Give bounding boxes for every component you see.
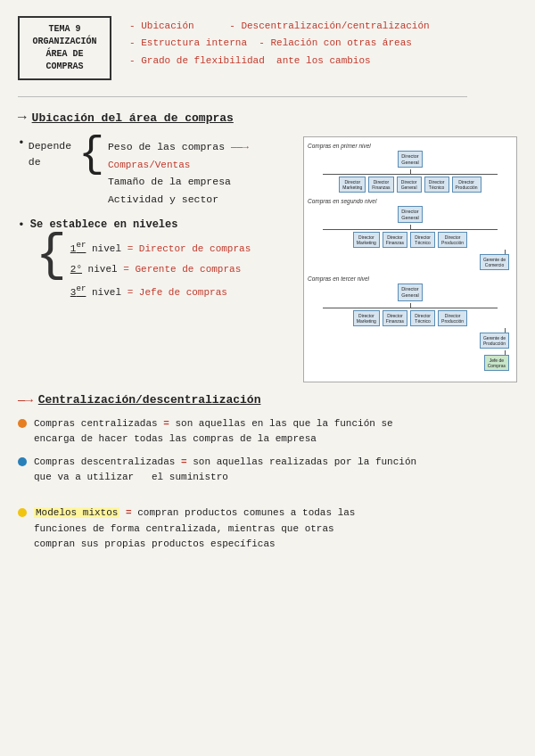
org-node-produccion2: DirectorProducción bbox=[438, 232, 467, 248]
bracket-char: { bbox=[78, 133, 104, 176]
nivel-line-3: 3er nivel = Jefe de compras bbox=[70, 281, 251, 302]
org-conn-line-1 bbox=[410, 169, 411, 174]
depende-container: • Dependede { Peso de las compras ——→ Co… bbox=[18, 136, 294, 210]
centralizadas-def: son aquellas en las que la función se bbox=[175, 418, 392, 429]
descentralizadas-label: Compras descentralizadas bbox=[34, 456, 175, 467]
mixtos-def-3: compran sus propias productos específica… bbox=[34, 538, 276, 549]
header-bullet-3: Grado de flexibilidad ante los cambios bbox=[129, 54, 430, 68]
header-bullets: Ubicación - Descentralización/centraliza… bbox=[129, 16, 430, 71]
descentralizadas-def-2: que va a utilizar el suministro bbox=[34, 472, 228, 482]
org-level-1: Compras en primer nivel DirectorGeneral … bbox=[308, 143, 513, 193]
org-node-dg3: DirectorGeneral bbox=[398, 284, 423, 300]
org-row-gerente: Gerente deComercio bbox=[308, 254, 513, 270]
nivel-1-text: Director de compras bbox=[139, 243, 251, 254]
arrow-icon-2: —→ bbox=[18, 393, 33, 407]
bracket-item-3: Actividad y sector bbox=[108, 191, 291, 209]
compras-ventas-arrow: ——→ Compras/Ventas bbox=[108, 142, 249, 170]
section1-title: Ubicación del área de compras bbox=[32, 111, 234, 125]
main-content-row: • Dependede { Peso de las compras ——→ Co… bbox=[18, 136, 517, 382]
org-node-marketing1: DirectorMarketing bbox=[339, 177, 366, 193]
centralizacion-title: —→ Centralización/descentralización bbox=[18, 393, 517, 407]
mixtos-text: Modelos mixtos = compran productos comun… bbox=[34, 505, 355, 553]
centralizadas-label: Compras centralizadas bbox=[34, 418, 158, 429]
org-row-jefe: Jefe deCompras bbox=[308, 355, 513, 371]
org-row-level2: DirectorMarketing DirectorFinanzas Direc… bbox=[308, 232, 513, 248]
org-chart: Compras en primer nivel DirectorGeneral … bbox=[303, 136, 517, 382]
org-node-produccion3: DirectorProducción bbox=[438, 310, 467, 326]
niveles-bracket-char: { bbox=[36, 230, 70, 301]
org-node-dg2: DirectorGeneral bbox=[398, 206, 423, 223]
org-level-2-label: Compras en segundo nivel bbox=[308, 198, 513, 204]
centralizadas-equals: = bbox=[163, 418, 175, 429]
centralizadas-def-2: encarga de hacer todas las compras de la… bbox=[34, 433, 317, 444]
mixtos-def-2: funciones de forma centralizada, mientra… bbox=[34, 523, 334, 534]
org-node-gerente-comercio: Gerente deComercio bbox=[480, 254, 509, 270]
nivel-2-text: Gerente de compras bbox=[135, 264, 241, 275]
org-node-general1b: DirectorGeneral bbox=[397, 177, 422, 193]
page: TEMA 9 ORGANIZACIÓN ÁREA DE COMPRAS Ubic… bbox=[0, 0, 535, 756]
org-node-dg1: DirectorGeneral bbox=[398, 151, 423, 168]
org-conn-line-3 bbox=[410, 303, 411, 308]
org-level-1-label: Compras en primer nivel bbox=[308, 143, 513, 149]
mixtos-equals: = bbox=[126, 507, 137, 518]
descentralizadas-equals: = bbox=[181, 456, 193, 467]
nivel-2-equals: = bbox=[123, 264, 135, 275]
org-row-level3: DirectorMarketing DirectorFinanzas Direc… bbox=[308, 310, 513, 326]
bracket-items: Peso de las compras ——→ Compras/Ventas T… bbox=[104, 136, 294, 210]
org-level-2: Compras en segundo nivel DirectorGeneral… bbox=[308, 198, 513, 270]
blue-dot-1 bbox=[18, 457, 27, 466]
yellow-dot-1 bbox=[18, 508, 27, 517]
mixtos-def: compran productos comunes a todas las bbox=[137, 507, 355, 518]
nivel-3-num: 3er nivel bbox=[70, 287, 121, 298]
header-bullet-1: Ubicación - Descentralización/centraliza… bbox=[129, 20, 430, 33]
nivel-3-equals: = bbox=[128, 287, 139, 298]
org-row-dg1: DirectorGeneral bbox=[308, 151, 513, 168]
arrow-icon-1: → bbox=[18, 110, 27, 126]
centralizacion-title-text: Centralización/descentralización bbox=[38, 393, 261, 407]
org-node-marketing3: DirectorMarketing bbox=[353, 310, 380, 326]
title-text: TEMA 9 ORGANIZACIÓN ÁREA DE COMPRAS bbox=[32, 24, 96, 71]
descentralizadas-def: son aquellas realizadas por la función bbox=[193, 456, 416, 467]
org-conn-line-2 bbox=[410, 225, 411, 229]
depende-label: Dependede bbox=[29, 136, 71, 170]
centralizacion-section: —→ Centralización/descentralización Comp… bbox=[18, 393, 517, 553]
bracket-item-1: Peso de las compras ——→ Compras/Ventas bbox=[108, 138, 291, 173]
mixtos-bullet: Modelos mixtos = compran productos comun… bbox=[18, 505, 517, 553]
org-node-gerente-prod: Gerente deProducción bbox=[480, 333, 509, 349]
descentralizadas-text: Compras descentralizadas = son aquellas … bbox=[34, 455, 416, 486]
nivel-line-1: 1er nivel = Director de compras bbox=[70, 237, 251, 259]
title-box: TEMA 9 ORGANIZACIÓN ÁREA DE COMPRAS bbox=[18, 16, 111, 80]
nivel-lines: 1er nivel = Director de compras 2° nivel… bbox=[70, 237, 251, 301]
org-node-finanzas3: DirectorFinanzas bbox=[383, 310, 407, 326]
org-node-jefe-compras: Jefe deCompras bbox=[484, 355, 509, 371]
header-section: TEMA 9 ORGANIZACIÓN ÁREA DE COMPRAS Ubic… bbox=[18, 16, 517, 80]
org-row-dg3: DirectorGeneral bbox=[308, 284, 513, 300]
centralizadas-bullet: Compras centralizadas = son aquellas en … bbox=[18, 416, 517, 448]
org-hline-1 bbox=[323, 174, 498, 175]
nivel-2-num: 2° nivel bbox=[70, 264, 118, 275]
org-chart-container: Compras en primer nivel DirectorGeneral … bbox=[303, 136, 517, 382]
org-row-gerente-prod: Gerente deProducción bbox=[308, 333, 513, 349]
bracket-item-2: Tamaño de la empresa bbox=[108, 173, 291, 191]
org-node-finanzas2: DirectorFinanzas bbox=[383, 232, 407, 248]
org-hline-2 bbox=[323, 229, 498, 230]
org-level-3: Compras en tercer nivel DirectorGeneral … bbox=[308, 275, 513, 370]
niveles-bracket: { 1er nivel = Director de compras 2° niv… bbox=[36, 237, 294, 301]
org-node-marketing2: DirectorMarketing bbox=[353, 232, 380, 248]
header-bullet-2: Estructura interna - Relación con otras … bbox=[129, 37, 430, 50]
divider-1 bbox=[18, 96, 467, 97]
left-content: • Dependede { Peso de las compras ——→ Co… bbox=[18, 136, 303, 312]
section1-title-row: → Ubicación del área de compras bbox=[18, 110, 517, 126]
org-hline-3 bbox=[323, 308, 498, 308]
org-row-dg2: DirectorGeneral bbox=[308, 206, 513, 223]
org-node-tecnico3: DirectorTécnico bbox=[410, 310, 435, 326]
org-node-finanzas1: DirectorFinanzas bbox=[368, 177, 393, 193]
org-node-produccion1: DirectorProducción bbox=[452, 177, 482, 193]
nivel-1-num: 1er nivel bbox=[70, 243, 121, 254]
org-node-tecnico2: DirectorTécnico bbox=[410, 232, 435, 248]
orange-dot-1 bbox=[18, 419, 27, 428]
nivel-line-2: 2° nivel = Gerente de compras bbox=[70, 260, 251, 279]
mixtos-label: Modelos mixtos bbox=[34, 507, 119, 518]
org-node-tecnico1: DirectorTécnico bbox=[424, 177, 449, 193]
nivel-3-text: Jefe de compras bbox=[139, 287, 227, 298]
